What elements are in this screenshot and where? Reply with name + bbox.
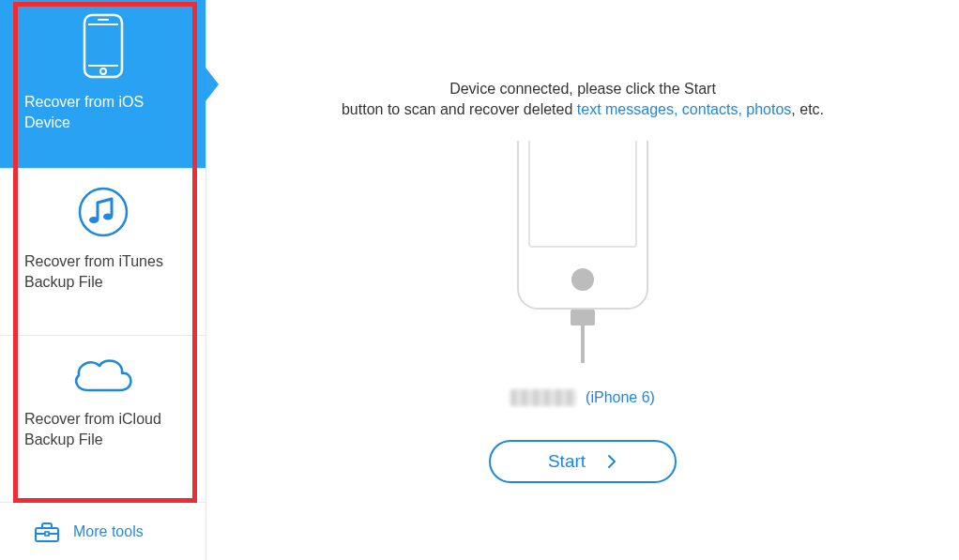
sidebar-item-recover-ios-device[interactable]: Recover from iOS Device xyxy=(0,0,206,169)
cable-plug-icon xyxy=(571,309,595,325)
toolbox-icon xyxy=(34,521,60,543)
svg-point-6 xyxy=(89,217,99,223)
instruction-line-2: button to scan and recover deleted text … xyxy=(342,99,824,120)
start-button[interactable]: Start xyxy=(489,440,677,483)
sidebar: Recover from iOS Device Recover from iTu… xyxy=(0,0,206,560)
device-name-redacted xyxy=(510,389,576,406)
sidebar-item-recover-icloud-backup[interactable]: Recover from iCloud Backup File xyxy=(0,336,206,503)
more-tools-label: More tools xyxy=(73,523,144,540)
sidebar-item-label: Recover from iTunes Backup File xyxy=(24,251,181,293)
svg-rect-10 xyxy=(45,532,49,536)
active-pointer-icon xyxy=(206,68,219,101)
chevron-right-icon xyxy=(606,454,617,469)
sidebar-item-recover-itunes-backup[interactable]: Recover from iTunes Backup File xyxy=(0,169,206,336)
svg-point-7 xyxy=(103,213,113,219)
device-illustration xyxy=(517,141,648,363)
device-model-label: (iPhone 6) xyxy=(586,389,655,406)
device-name-row: (iPhone 6) xyxy=(510,389,655,406)
sidebar-item-label: Recover from iOS Device xyxy=(24,92,181,133)
app-root: Recover from iOS Device Recover from iTu… xyxy=(0,0,959,560)
phone-icon xyxy=(24,13,181,79)
instruction-line-1: Device connected, please click the Start xyxy=(342,79,824,99)
main-panel: Device connected, please click the Start… xyxy=(206,0,959,560)
sidebar-item-label: Recover from iCloud Backup File xyxy=(24,409,181,450)
start-button-label: Start xyxy=(548,451,586,472)
more-tools-link[interactable]: More tools xyxy=(0,503,206,560)
svg-point-5 xyxy=(80,189,127,235)
instruction-text: Device connected, please click the Start… xyxy=(342,79,824,120)
cable-wire-icon xyxy=(581,325,585,363)
itunes-icon xyxy=(24,186,181,238)
instruction-links[interactable]: text messages, contacts, photos xyxy=(577,101,792,117)
phone-outline-icon xyxy=(517,141,648,310)
cloud-icon xyxy=(24,353,181,396)
svg-point-3 xyxy=(100,68,106,74)
